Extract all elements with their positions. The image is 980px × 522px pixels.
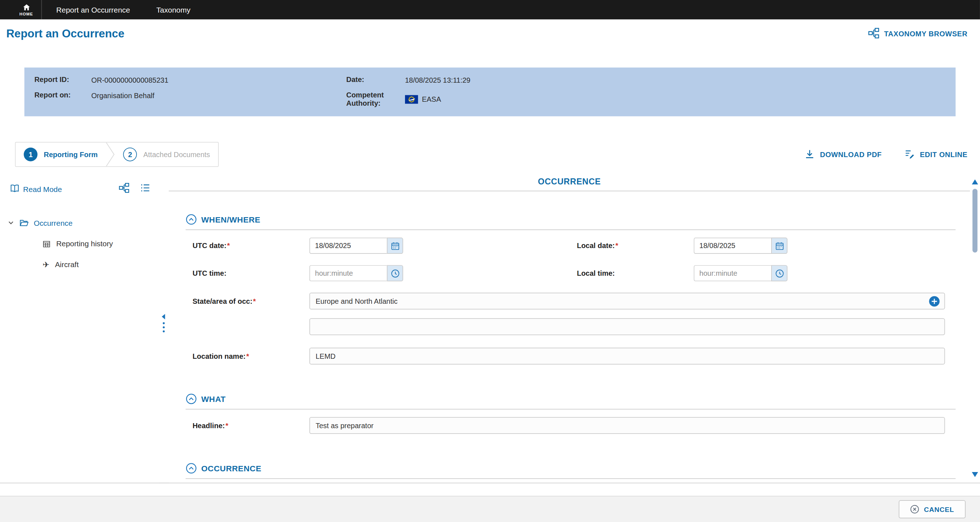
taxonomy-icon [868, 28, 879, 40]
utc-time-clock-button[interactable] [387, 265, 403, 281]
home-button[interactable]: HOME [13, 0, 40, 19]
taxonomy-browser-button[interactable]: TAXONOMY BROWSER [868, 28, 967, 40]
taxonomy-browser-label: TAXONOMY BROWSER [884, 30, 967, 37]
page-title: Report an Occurrence [6, 27, 124, 41]
step-separator-icon [106, 143, 115, 166]
tree-node-reporting-history[interactable]: Reporting history [0, 239, 159, 248]
scroll-down-arrow[interactable] [972, 472, 978, 477]
sidebar-collapse-handle[interactable] [161, 314, 165, 333]
occurrence-form-title: OCCURRENCE [169, 177, 970, 191]
scrollbar-thumb[interactable] [972, 189, 977, 252]
step-1-label: Reporting Form [44, 151, 98, 158]
vertical-scrollbar[interactable] [970, 175, 980, 483]
edit-online-label: EDIT ONLINE [920, 151, 967, 158]
drag-dots-icon [162, 322, 165, 333]
tree-node-occurrence[interactable]: Occurrence [0, 218, 159, 228]
workspace: Read Mode Occurrence [0, 175, 980, 483]
read-mode-toggle[interactable]: Read Mode [10, 183, 62, 194]
required-marker: * [616, 242, 619, 250]
report-on-value: Organisation Behalf [91, 92, 154, 99]
step-reporting-form[interactable]: 1 Reporting Form [16, 143, 106, 166]
nav-report-an-occurrence[interactable]: Report an Occurrence [56, 5, 130, 14]
wizard-steps: 1 Reporting Form 2 Attached Documents [15, 142, 219, 167]
section-occurrence: OCCURRENCE [186, 463, 956, 479]
read-mode-label: Read Mode [23, 185, 62, 193]
collapse-section-icon[interactable] [186, 463, 197, 474]
headline-row: Headline:* [192, 417, 945, 434]
download-pdf-button[interactable]: DOWNLOAD PDF [804, 148, 881, 160]
nav-taxonomy[interactable]: Taxonomy [156, 5, 191, 14]
state-area-field [309, 293, 945, 310]
calendar-icon [390, 241, 399, 250]
read-mode-icon [10, 183, 19, 194]
toolbar-actions: DOWNLOAD PDF EDIT ONLINE [804, 148, 967, 160]
required-marker: * [225, 422, 228, 429]
footer-bar: CANCEL [0, 496, 980, 522]
home-icon [22, 3, 30, 11]
step-attached-documents[interactable]: 2 Attached Documents [115, 143, 218, 166]
collapse-left-icon [161, 314, 165, 320]
section-what-title: WHAT [201, 395, 226, 404]
local-time-clock-button[interactable] [771, 265, 788, 281]
date-label: Date: [346, 75, 405, 84]
sidebar-splitter[interactable] [159, 175, 169, 483]
cancel-circle-x-icon [910, 504, 920, 514]
topbar-divider [41, 0, 42, 19]
section-when-where: WHEN/WHERE [186, 214, 956, 230]
edit-online-button[interactable]: EDIT ONLINE [904, 148, 967, 160]
add-state-button[interactable] [929, 296, 940, 307]
tree-node-aircraft-label: Aircraft [55, 260, 79, 269]
competent-authority-label: Competent Authority: [346, 91, 405, 108]
local-date-calendar-button[interactable] [771, 238, 788, 254]
state-area-row: State/area of occ:* [192, 293, 945, 310]
state-area-secondary-input[interactable] [309, 318, 945, 335]
download-icon [804, 148, 815, 160]
local-time-input[interactable] [694, 265, 771, 281]
tree-view-icon[interactable] [119, 183, 129, 196]
chevron-down-icon[interactable] [8, 219, 14, 226]
date-row: Date: 18/08/2025 13:11:29 [346, 75, 471, 84]
clock-icon [390, 269, 399, 278]
date-value: 18/08/2025 13:11:29 [405, 76, 471, 83]
topbar: HOME Report an Occurrence Taxonomy [0, 0, 980, 19]
local-date-label: Local date:* [577, 242, 694, 250]
list-view-icon[interactable] [140, 183, 151, 196]
state-area-label: State/area of occ:* [192, 297, 309, 305]
scroll-up-arrow[interactable] [972, 180, 978, 185]
plus-circle-icon [929, 296, 940, 307]
report-on-row: Report on: Organisation Behalf [35, 91, 347, 100]
report-id-label: Report ID: [35, 75, 91, 84]
utc-date-label: UTC date:* [192, 242, 309, 250]
sidebar-header: Read Mode [0, 175, 159, 202]
view-toggle-icons [119, 183, 151, 196]
utc-date-input[interactable] [309, 238, 387, 254]
required-marker: * [227, 242, 230, 250]
competent-authority-value: EASA [405, 95, 441, 103]
headline-input[interactable] [309, 417, 945, 434]
calendar-icon [775, 241, 784, 250]
when-where-form: UTC date:* Local date:* [192, 238, 945, 364]
location-row: Location name:* [192, 348, 945, 364]
cancel-label: CANCEL [924, 506, 954, 513]
what-form: Headline:* [192, 417, 945, 434]
collapse-section-icon[interactable] [186, 214, 197, 225]
cancel-button[interactable]: CANCEL [899, 500, 966, 518]
form-content: OCCURRENCE WHEN/WHERE UTC date:* [169, 175, 970, 483]
headline-label: Headline:* [192, 422, 309, 429]
sidebar: Read Mode Occurrence [0, 175, 159, 483]
location-name-input[interactable] [309, 348, 945, 364]
tree-node-aircraft[interactable]: ✈ Aircraft [0, 260, 159, 269]
state-area-input[interactable] [309, 293, 945, 310]
local-date-input[interactable] [694, 238, 771, 254]
authority-name: EASA [422, 95, 441, 103]
collapse-section-icon[interactable] [186, 393, 197, 404]
state-area-secondary-row [192, 318, 945, 335]
section-when-where-title: WHEN/WHERE [201, 215, 261, 224]
home-label: HOME [19, 11, 33, 16]
utc-date-calendar-button[interactable] [387, 238, 403, 254]
utc-time-input[interactable] [309, 265, 387, 281]
local-time-label: Local time: [577, 270, 694, 277]
topbar-nav: Report an Occurrence Taxonomy [43, 0, 191, 19]
tree-node-occurrence-label: Occurrence [34, 219, 73, 227]
date-row: UTC date:* Local date:* [192, 238, 945, 254]
